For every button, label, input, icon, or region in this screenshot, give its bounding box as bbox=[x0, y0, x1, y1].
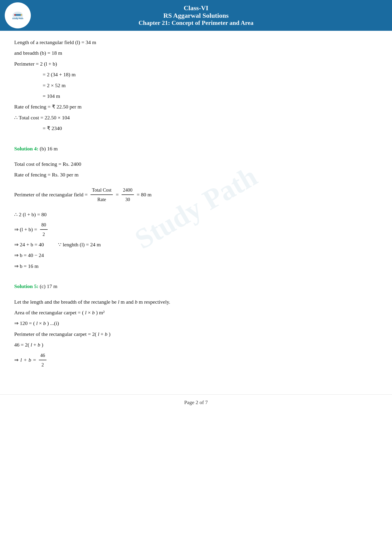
implies1-text: ⇒ (l + b) = bbox=[14, 225, 37, 234]
sol5-step6-plus: + bbox=[24, 355, 27, 364]
sol5-step1-text1: Let the length and the breadth of the re… bbox=[14, 299, 118, 305]
sol5-46: 46 = 2( bbox=[14, 342, 29, 348]
equals-sign-1: = bbox=[116, 190, 119, 199]
sol4-label: Solution 4: bbox=[14, 146, 38, 152]
sol3-step4: = 2 (34 + 18) m bbox=[43, 70, 378, 79]
frac-46-den: 2 bbox=[40, 360, 45, 369]
fraction-46-2: 46 2 bbox=[39, 351, 46, 369]
frac-46-num: 46 bbox=[39, 351, 46, 360]
fraction-denominator-2: 30 bbox=[124, 195, 132, 203]
sol5-area-l: l bbox=[85, 310, 86, 316]
sol5-b: b bbox=[135, 299, 137, 305]
perimeter-text: Perimeter of the rectangular field = bbox=[14, 190, 88, 199]
main-content: Study Path Length of a rectangular field… bbox=[0, 31, 392, 385]
svg-rect-3 bbox=[14, 14, 16, 16]
sol5-implies-lplus: ⇒ bbox=[14, 355, 19, 364]
class-label: Class-VI bbox=[138, 4, 253, 12]
sol5-46-b: b bbox=[38, 342, 40, 348]
sol5-step3-l: l bbox=[36, 320, 38, 326]
fraction-80-2: 80 2 bbox=[40, 221, 48, 238]
chapter-label: Chapter 21: Concept of Perimeter and Are… bbox=[138, 19, 253, 27]
sol5-step6-equals: = bbox=[33, 355, 36, 364]
sol4-perimeter-line: Perimeter of the rectangular field = Tot… bbox=[14, 186, 378, 203]
sol5-peri-l: l bbox=[98, 331, 99, 337]
header-text: Class-VI RS Aggarwal Solutions Chapter 2… bbox=[138, 4, 253, 27]
svg-text:Study Path: Study Path bbox=[12, 17, 23, 20]
sol5-perimeter-text: Perimeter of the rectangular carpet = 2( bbox=[14, 331, 97, 337]
sol5-step6-b: b bbox=[29, 355, 31, 364]
sol5-step1: Let the length and the breadth of the re… bbox=[14, 298, 378, 306]
book-label: RS Aggarwal Solutions bbox=[138, 12, 253, 19]
sol5-peri-plus: + bbox=[100, 331, 105, 337]
sol5-l: l bbox=[118, 299, 119, 305]
sol5-step4: Perimeter of the rectangular carpet = 2(… bbox=[14, 330, 378, 339]
sol5-step1-text2: m and bbox=[121, 299, 135, 305]
sol3-step2: and breadth (b) = 18 m bbox=[14, 48, 378, 57]
pen-icon: Study Path bbox=[12, 11, 24, 20]
sol5-header: Solution 5: (c) 17 m bbox=[14, 282, 378, 291]
sol5-step3: ⇒ 120 = ( l × b ) ...(i) bbox=[14, 319, 378, 328]
sol5-step3-b: b bbox=[43, 320, 46, 326]
implies2-eq: ⇒ 24 + b = 40 bbox=[14, 240, 44, 249]
equals-80m: = 80 m bbox=[137, 190, 152, 199]
page-footer: Page 2 of 7 bbox=[0, 394, 392, 410]
sol4-therefore: ∴ 2 (l + b) = 80 bbox=[14, 210, 378, 219]
frac-80-num: 80 bbox=[40, 221, 48, 230]
sol4-implies3: ⇒ b = 40 − 24 bbox=[14, 251, 378, 260]
logo-circle: Study Path bbox=[5, 2, 31, 28]
sol5-area-b: b bbox=[92, 310, 95, 316]
sol5-label: Solution 5: bbox=[14, 283, 38, 289]
sol5-46-end: ) bbox=[42, 342, 43, 348]
sol3-step9: = ₹ 2340 bbox=[43, 124, 378, 133]
sol5-step6: ⇒ l + b = 46 2 bbox=[14, 351, 378, 369]
sol3-step3: Perimeter = 2 (l + b) bbox=[14, 59, 378, 68]
sol5-46-plus: + bbox=[33, 342, 38, 348]
sol4-implies1: ⇒ (l + b) = 80 2 bbox=[14, 221, 378, 238]
fraction-2400-30: 2400 30 bbox=[122, 186, 134, 203]
sol4-total-cost: Total cost of fencing = Rs. 2400 bbox=[14, 160, 378, 168]
page-header: Study Path Class-VI RS Aggarwal Solution… bbox=[0, 0, 392, 31]
sol5-peri-end: ) bbox=[109, 331, 111, 337]
sol3-step6: = 104 m bbox=[43, 92, 378, 100]
sol5-step3-times: × bbox=[39, 320, 43, 326]
sol4-header: Solution 4: (b) 16 m bbox=[14, 144, 378, 153]
sol5-peri-b: b bbox=[105, 331, 107, 337]
implies2-reason: ∵ lenghth (l) = 24 m bbox=[58, 240, 101, 249]
sol5-step2: Area of the rectangular carpet = ( l × b… bbox=[14, 308, 378, 317]
sol5-area-text: Area of the rectangular carpet = ( bbox=[14, 310, 84, 316]
frac-80-den: 2 bbox=[41, 230, 46, 238]
sol3-step7: Rate of fencing = ₹ 22.50 per m bbox=[14, 102, 378, 111]
logo-area: Study Path bbox=[5, 2, 31, 28]
sol5-step3-end: ) ...(i) bbox=[47, 320, 59, 326]
sol5-area-times: × bbox=[88, 310, 92, 316]
fraction-numerator-1: Total Cost bbox=[91, 186, 113, 195]
fraction-totalcost-rate: Total Cost Rate bbox=[91, 186, 113, 203]
sol4-rate: Rate of fencing = Rs. 30 per m bbox=[14, 170, 378, 179]
sol3-step1: Length of a rectangular field (l) = 34 m bbox=[14, 38, 378, 47]
fraction-denominator-1: Rate bbox=[96, 195, 108, 203]
page-number: Page 2 of 7 bbox=[184, 399, 208, 405]
sol5-step1-text3: m respectively. bbox=[139, 299, 170, 305]
sol4-answer: (b) 16 m bbox=[40, 146, 58, 152]
page-wrapper: Study Path Class-VI RS Aggarwal Solution… bbox=[0, 0, 392, 554]
sol4-implies2: ⇒ 24 + b = 40 ∵ lenghth (l) = 24 m bbox=[14, 240, 378, 249]
fraction-numerator-2: 2400 bbox=[122, 186, 134, 195]
sol5-46-l: l bbox=[31, 342, 32, 348]
sol5-step6-l: l bbox=[20, 355, 22, 364]
sol5-answer: (c) 17 m bbox=[40, 283, 58, 289]
sol4-implies4: ⇒ b = 16 m bbox=[14, 262, 378, 270]
sol3-step8: ∴ Total cost = 22.50 × 104 bbox=[14, 113, 378, 122]
sol5-implies-120: ⇒ 120 = ( bbox=[14, 320, 35, 326]
sol5-area-m2: ) m² bbox=[96, 310, 105, 316]
sol5-step5: 46 = 2( l + b ) bbox=[14, 340, 378, 349]
sol3-step5: = 2 × 52 m bbox=[43, 81, 378, 90]
